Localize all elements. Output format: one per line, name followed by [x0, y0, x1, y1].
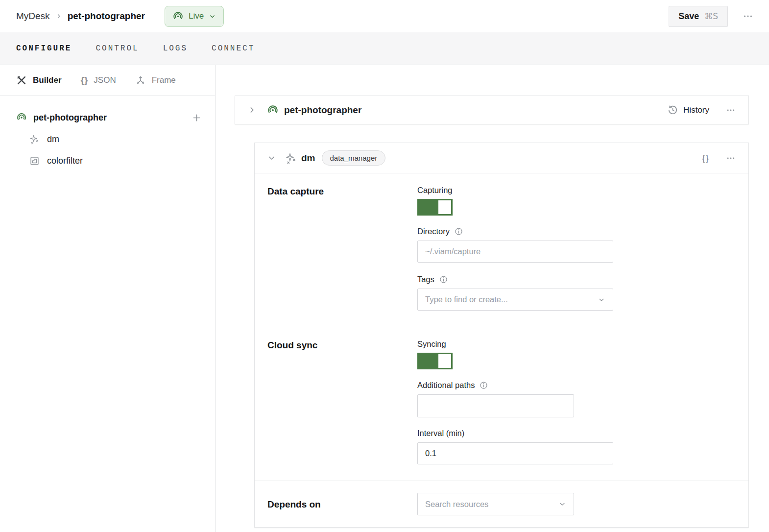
expand-chevron-right-icon[interactable]	[248, 106, 256, 114]
braces-icon: {}	[81, 75, 88, 86]
additional-paths-input[interactable]	[417, 394, 574, 417]
interval-input[interactable]	[417, 442, 613, 464]
machine-part-card: pet-photographer History	[235, 96, 749, 124]
radar-icon	[16, 112, 27, 123]
data-capture-section: Data capture Capturing Directory Tags	[255, 173, 748, 327]
tree-item-dm[interactable]: dm	[0, 128, 215, 150]
resource-tree: pet-photographer dm colorfilter	[0, 96, 215, 171]
mode-tab-label: Builder	[33, 75, 62, 85]
history-label: History	[683, 105, 709, 115]
breadcrumb: MyDesk pet-photographer	[16, 11, 145, 22]
mode-tab-frame[interactable]: Frame	[135, 75, 176, 86]
capturing-toggle[interactable]	[417, 199, 453, 216]
info-icon[interactable]	[479, 381, 488, 390]
dm-card-header: dm data_manager {}	[255, 143, 748, 173]
collapse-chevron-down-icon[interactable]	[267, 154, 276, 162]
section-title: Cloud sync	[267, 339, 417, 464]
cloud-sync-section: Cloud sync Syncing Additional paths Inte…	[255, 327, 748, 481]
tags-label: Tags	[417, 275, 434, 284]
interval-label: Interval (min)	[417, 429, 464, 438]
info-icon[interactable]	[439, 275, 448, 284]
history-clock-icon	[667, 104, 678, 116]
config-main-panel: pet-photographer History	[216, 65, 769, 532]
save-shortcut: ⌘S	[704, 11, 718, 21]
mode-tab-builder[interactable]: Builder	[16, 75, 62, 86]
additional-paths-label: Additional paths	[417, 381, 475, 390]
tab-configure[interactable]: CONFIGURE	[16, 44, 72, 53]
tags-placeholder: Type to find or create...	[425, 295, 598, 304]
breadcrumb-machine-name: pet-photographer	[68, 11, 145, 22]
breadcrumb-chevron-icon	[55, 13, 62, 20]
info-icon[interactable]	[454, 227, 463, 236]
syncing-label: Syncing	[417, 339, 446, 349]
depends-on-placeholder: Search resources	[425, 500, 558, 509]
chevron-down-icon	[209, 13, 216, 20]
history-button[interactable]: History	[667, 104, 709, 116]
directory-input[interactable]	[417, 241, 613, 263]
live-label: Live	[189, 11, 204, 21]
chevron-down-icon	[558, 500, 566, 508]
part-card-more-button[interactable]	[726, 105, 736, 115]
depends-on-combobox[interactable]: Search resources	[417, 493, 574, 515]
part-card-title: pet-photographer	[284, 105, 361, 116]
sparkles-icon	[29, 134, 40, 145]
transform-icon	[29, 156, 40, 166]
section-title: Data capture	[267, 186, 417, 311]
top-bar: MyDesk pet-photographer Live Save ⌘S	[0, 0, 769, 32]
tree-item-label: colorfilter	[47, 156, 83, 166]
radar-icon	[267, 104, 279, 116]
frame-axes-icon	[135, 75, 146, 86]
sparkles-icon	[285, 152, 297, 164]
tab-connect[interactable]: CONNECT	[212, 44, 255, 53]
depends-on-section: Depends on Search resources	[255, 481, 748, 527]
mode-tab-json[interactable]: {} JSON	[81, 75, 116, 86]
save-label: Save	[678, 11, 699, 22]
capturing-label: Capturing	[417, 186, 453, 195]
tree-item-machine[interactable]: pet-photographer	[0, 107, 215, 128]
tab-control[interactable]: CONTROL	[96, 44, 139, 53]
syncing-toggle[interactable]	[417, 353, 453, 369]
section-title: Depends on	[267, 499, 417, 510]
mode-tab-label: JSON	[94, 75, 116, 85]
nav-tab-bar: CONFIGURE CONTROL LOGS CONNECT	[0, 32, 769, 65]
dm-card-more-button[interactable]	[726, 153, 736, 163]
tab-logs[interactable]: LOGS	[163, 44, 188, 53]
tree-item-label: dm	[47, 134, 59, 145]
tree-machine-label: pet-photographer	[33, 113, 107, 123]
more-menu-button[interactable]	[740, 8, 756, 24]
directory-label: Directory	[417, 227, 450, 236]
tools-icon	[16, 75, 27, 86]
save-button[interactable]: Save ⌘S	[669, 6, 728, 27]
add-component-button[interactable]	[192, 113, 202, 123]
service-type-badge: data_manager	[322, 150, 386, 166]
config-mode-tabs: Builder {} JSON Frame	[0, 65, 215, 96]
view-json-braces-icon[interactable]: {}	[702, 153, 709, 164]
breadcrumb-location[interactable]: MyDesk	[16, 11, 50, 22]
chevron-down-icon	[598, 296, 605, 304]
mode-tab-label: Frame	[152, 75, 176, 85]
dm-service-card: dm data_manager {} Data capture Capturin…	[254, 143, 749, 528]
tags-combobox[interactable]: Type to find or create...	[417, 289, 613, 311]
live-status-badge[interactable]: Live	[165, 6, 224, 27]
dm-card-name: dm	[301, 153, 315, 164]
config-sidebar: Builder {} JSON Frame	[0, 65, 216, 532]
radar-icon	[172, 11, 184, 22]
tree-item-colorfilter[interactable]: colorfilter	[0, 150, 215, 171]
